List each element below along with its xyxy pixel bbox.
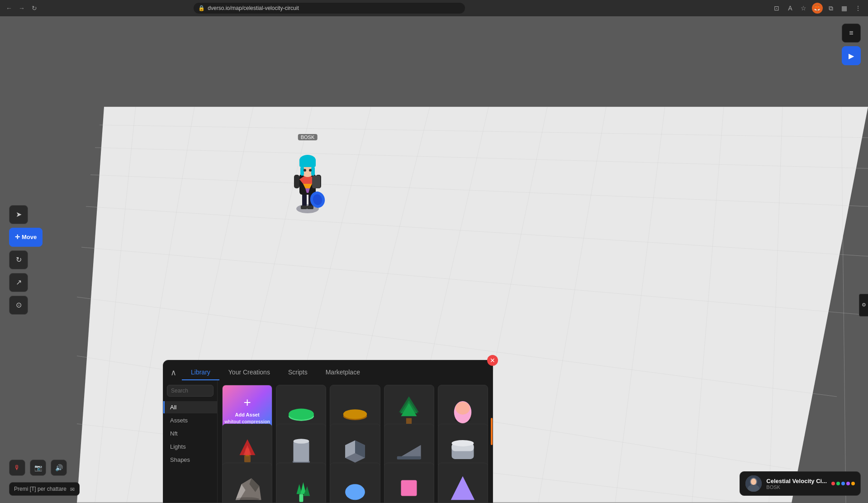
extensions-icon[interactable]: ⧉ <box>825 3 836 14</box>
panel-body: All Assets Nft Lights Shapes + Add Asset… <box>163 380 493 503</box>
nav-forward-button[interactable]: → <box>17 4 26 13</box>
star-icon[interactable]: ☆ <box>798 3 809 14</box>
profile-icon[interactable]: 🦊 <box>812 3 823 14</box>
svg-rect-70 <box>397 456 421 459</box>
play-button[interactable]: ▶ <box>842 46 861 65</box>
sidebar-item-lights[interactable]: Lights <box>163 441 217 453</box>
panel-collapse-button[interactable]: ∧ <box>171 368 176 378</box>
world-info-text: Celestial Velocity Ci... BOSK <box>766 478 827 490</box>
dot-green <box>836 482 840 485</box>
svg-point-77 <box>235 497 259 501</box>
svg-rect-63 <box>293 441 309 462</box>
sidebar-item-assets[interactable]: Assets <box>163 414 217 426</box>
navigate-icon: ➤ <box>16 210 22 219</box>
left-toolbar: ➤ ✛ Move ↻ ↗ ⊙ <box>9 205 43 315</box>
volume-icon: 🔊 <box>55 464 63 471</box>
svg-point-73 <box>452 440 474 446</box>
address-bar[interactable]: 🔒 dverso.io/map/celestial-velocity-circu… <box>194 3 465 14</box>
export-tool-button[interactable]: ↗ <box>9 273 28 292</box>
world-user: BOSK <box>766 484 827 490</box>
link-tool-button[interactable]: ⊙ <box>9 296 28 315</box>
tab-marketplace[interactable]: Marketplace <box>317 365 369 380</box>
asset-item-grass[interactable] <box>276 463 326 503</box>
viewport[interactable]: BOSK ➤ ✛ Move ↻ ↗ ⊙ 🎙 📷 🔊 Pre <box>0 16 868 503</box>
dot-yellow <box>851 482 855 485</box>
tab-scripts[interactable]: Scripts <box>279 365 317 380</box>
dot-red <box>831 482 835 485</box>
link-icon: ⊙ <box>16 301 22 309</box>
screen-icon[interactable]: ⊡ <box>771 3 782 14</box>
avatar <box>745 475 762 492</box>
svg-point-88 <box>751 479 756 485</box>
browser-icons-right: ⊡ A ☆ 🦊 ⧉ ▦ ⋮ <box>771 3 863 14</box>
svg-point-44 <box>309 169 312 172</box>
nav-back-button[interactable]: ← <box>5 4 14 13</box>
lock-icon: 🔒 <box>198 5 205 11</box>
volume-button[interactable]: 🔊 <box>51 460 67 476</box>
svg-point-64 <box>293 439 309 444</box>
sidebar-item-all[interactable]: All <box>163 401 217 413</box>
rotate-icon: ↻ <box>16 255 22 264</box>
character: BOSK <box>289 143 326 216</box>
camera-icon: 📷 <box>34 464 42 471</box>
add-asset-label: Add Asset whitout compression <box>224 412 270 425</box>
nav-refresh-button[interactable]: ↻ <box>30 4 39 13</box>
sidebar-item-shapes[interactable]: Shapes <box>163 454 217 466</box>
send-icon: ✉ <box>70 486 75 493</box>
move-cross-icon: ✛ <box>15 234 20 240</box>
menu-button[interactable]: ≡ <box>842 24 861 43</box>
dot-blue <box>841 482 845 485</box>
svg-point-82 <box>345 484 365 500</box>
chat-input-area[interactable]: Premi [T] per chattare ✉ <box>9 482 80 496</box>
scroll-indicator <box>491 418 493 445</box>
svg-point-43 <box>304 169 306 172</box>
tab-your-creations[interactable]: Your Creations <box>219 365 279 380</box>
chat-send-button[interactable]: ✉ <box>70 485 75 493</box>
search-input[interactable] <box>167 385 213 397</box>
move-label: Move <box>22 234 37 240</box>
svg-rect-29 <box>301 206 307 209</box>
menu-icon: ≡ <box>849 29 853 37</box>
asset-item-rock[interactable] <box>222 463 272 503</box>
more-menu-icon[interactable]: ⋮ <box>853 3 863 14</box>
svg-point-57 <box>456 402 470 414</box>
sidebar-item-nft[interactable]: Nft <box>163 427 217 440</box>
move-tool-button[interactable]: ✛ Move <box>9 228 43 247</box>
tab-library[interactable]: Library <box>182 365 219 380</box>
asset-panel: ✕ ∧ Library Your Creations Scripts Marke… <box>163 360 493 503</box>
navigate-tool-button[interactable]: ➤ <box>9 205 28 224</box>
asset-item-extra1[interactable] <box>330 463 380 503</box>
svg-rect-40 <box>299 159 316 167</box>
media-controls: 🎙 📷 🔊 <box>9 460 67 476</box>
asset-item-extra2[interactable] <box>384 463 434 503</box>
svg-rect-42 <box>311 167 315 176</box>
rotate-tool-button[interactable]: ↻ <box>9 250 28 269</box>
svg-rect-41 <box>300 167 304 176</box>
svg-rect-35 <box>294 175 299 188</box>
panel-close-button[interactable]: ✕ <box>487 355 498 366</box>
play-icon: ▶ <box>849 52 854 60</box>
right-panel-toggle[interactable]: ⚙ <box>859 294 868 316</box>
browser-chrome: ← → ↻ 🔒 dverso.io/map/celestial-velocity… <box>0 0 868 16</box>
panel-sidebar: All Assets Nft Lights Shapes <box>163 380 218 503</box>
svg-rect-30 <box>307 206 313 209</box>
svg-rect-83 <box>401 480 417 496</box>
asset-item-extra3[interactable] <box>438 463 488 503</box>
sidebar-icon[interactable]: ▦ <box>839 3 850 14</box>
svg-rect-37 <box>312 176 320 188</box>
mic-button[interactable]: 🎙 <box>9 460 25 476</box>
panel-header: ∧ Library Your Creations Scripts Marketp… <box>163 360 493 380</box>
translate-icon[interactable]: A <box>785 3 796 14</box>
svg-point-48 <box>289 408 314 420</box>
url-text: dverso.io/map/celestial-velocity-circuit <box>208 5 299 11</box>
add-asset-plus-icon: + <box>243 395 251 410</box>
export-icon: ↗ <box>16 278 22 287</box>
top-right-buttons: ≡ ▶ <box>842 24 861 65</box>
camera-button[interactable]: 📷 <box>30 460 46 476</box>
chat-label: Premi [T] per chattare <box>14 486 66 492</box>
panel-toggle-icon: ⚙ <box>862 302 866 308</box>
mic-icon: 🎙 <box>14 464 20 471</box>
color-dots <box>831 482 855 485</box>
asset-grid: + Add Asset whitout compression <box>218 380 493 503</box>
svg-marker-84 <box>451 476 475 500</box>
